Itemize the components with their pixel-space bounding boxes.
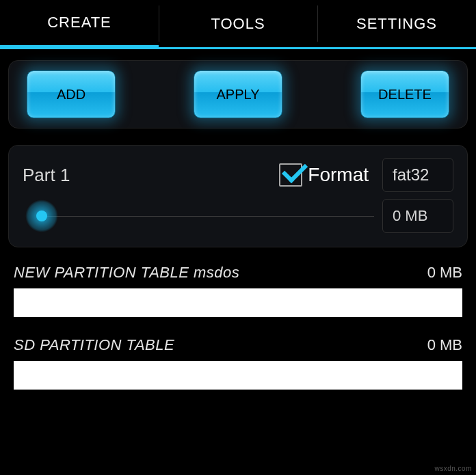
delete-button[interactable]: DELETE — [360, 70, 449, 118]
partition-size-value: 0 MB — [393, 207, 427, 225]
slider-track — [42, 216, 374, 217]
sd-partition-table-block: SD PARTITION TABLE 0 MB — [14, 336, 462, 390]
tab-bar: CREATE TOOLS SETTINGS — [0, 0, 476, 49]
filesystem-value: fat32 — [393, 165, 429, 185]
sd-partition-table-label: SD PARTITION TABLE — [14, 336, 174, 353]
tab-settings-label: SETTINGS — [356, 15, 437, 33]
new-partition-table-size: 0 MB — [427, 264, 462, 282]
sd-partition-table-title: SD PARTITION TABLE — [14, 336, 174, 354]
format-label: Format — [308, 164, 369, 186]
slider-thumb-core — [36, 211, 47, 221]
apply-button-label: APPLY — [217, 87, 260, 103]
tab-create[interactable]: CREATE — [0, 0, 159, 49]
delete-button-label: DELETE — [378, 87, 432, 103]
partition-size-box[interactable]: 0 MB — [382, 199, 453, 233]
new-partition-table-title: NEW PARTITION TABLE msdos — [14, 264, 239, 282]
partition-title: Part 1 — [23, 165, 279, 186]
partition-panel: Part 1 Format fat32 0 MB — [8, 145, 468, 247]
slider-thumb[interactable] — [25, 200, 58, 232]
tab-tools[interactable]: TOOLS — [159, 0, 317, 49]
partition-tables: NEW PARTITION TABLE msdos 0 MB SD PARTIT… — [14, 264, 462, 390]
tab-tools-label: TOOLS — [211, 15, 265, 33]
sd-partition-table-bar — [14, 361, 462, 390]
filesystem-select[interactable]: fat32 — [382, 158, 453, 192]
new-partition-table-block: NEW PARTITION TABLE msdos 0 MB — [14, 264, 462, 317]
add-button[interactable]: ADD — [27, 70, 116, 118]
add-button-label: ADD — [57, 87, 85, 103]
action-panel: ADD APPLY DELETE — [8, 60, 468, 128]
format-checkbox[interactable] — [279, 163, 302, 187]
format-checkbox-wrap[interactable]: Format — [279, 163, 377, 187]
apply-button[interactable]: APPLY — [194, 70, 282, 118]
tab-settings[interactable]: SETTINGS — [317, 0, 476, 49]
new-partition-table-label: NEW PARTITION TABLE — [14, 264, 189, 281]
sd-partition-table-size: 0 MB — [427, 336, 462, 354]
tab-create-label: CREATE — [47, 14, 111, 31]
new-partition-table-bar — [14, 288, 462, 317]
size-slider[interactable] — [23, 198, 374, 234]
new-partition-table-type: msdos — [194, 264, 239, 281]
watermark: wsxdn.com — [434, 465, 472, 472]
